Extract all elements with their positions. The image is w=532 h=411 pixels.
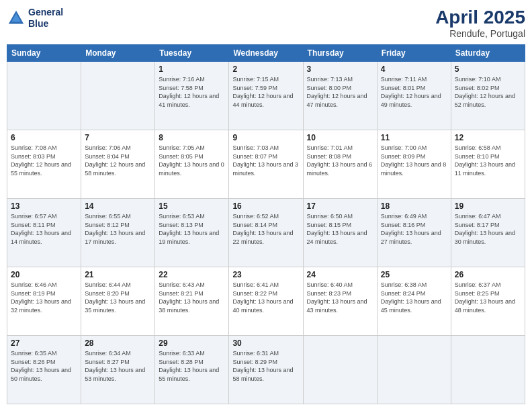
header: General Blue April 2025 Rendufe, Portuga… [7,7,525,39]
day-number: 7 [85,133,151,142]
location: Rendufe, Portugal [435,28,525,39]
table-row: 23Sunrise: 6:41 AMSunset: 8:22 PMDayligh… [229,267,303,336]
logo: General Blue [7,7,63,30]
day-number: 27 [11,338,77,348]
day-info: Sunrise: 6:34 AMSunset: 8:27 PMDaylight:… [85,349,151,383]
day-info: Sunrise: 6:43 AMSunset: 8:21 PMDaylight:… [159,281,225,314]
day-info: Sunrise: 6:37 AMSunset: 8:25 PMDaylight:… [455,281,521,314]
day-info: Sunrise: 6:53 AMSunset: 8:13 PMDaylight:… [159,212,225,246]
table-row: 11Sunrise: 7:00 AMSunset: 8:09 PMDayligh… [377,130,451,199]
day-info: Sunrise: 6:50 AMSunset: 8:15 PMDaylight:… [307,212,373,246]
table-row: 30Sunrise: 6:31 AMSunset: 8:29 PMDayligh… [229,336,303,404]
day-info: Sunrise: 7:16 AMSunset: 7:58 PMDaylight:… [159,75,225,109]
calendar-table: Sunday Monday Tuesday Wednesday Thursday… [7,44,525,404]
day-info: Sunrise: 6:47 AMSunset: 8:17 PMDaylight:… [455,212,521,246]
day-number: 16 [232,201,299,211]
calendar-row: 1Sunrise: 7:16 AMSunset: 7:58 PMDaylight… [7,62,525,130]
day-info: Sunrise: 7:10 AMSunset: 8:02 PMDaylight:… [455,75,521,109]
table-row: 20Sunrise: 6:46 AMSunset: 8:19 PMDayligh… [7,267,81,336]
table-row: 19Sunrise: 6:47 AMSunset: 8:17 PMDayligh… [451,199,525,267]
calendar-row: 13Sunrise: 6:57 AMSunset: 8:11 PMDayligh… [7,199,525,267]
table-row [7,62,81,130]
table-row: 9Sunrise: 7:03 AMSunset: 8:07 PMDaylight… [229,130,303,199]
day-info: Sunrise: 6:55 AMSunset: 8:12 PMDaylight:… [85,212,151,246]
day-number: 9 [232,133,299,142]
table-row [303,336,377,404]
table-row [451,336,525,404]
day-number: 18 [381,201,447,211]
calendar-row: 6Sunrise: 7:08 AMSunset: 8:03 PMDaylight… [7,130,525,199]
day-info: Sunrise: 6:35 AMSunset: 8:26 PMDaylight:… [11,349,77,383]
table-row: 29Sunrise: 6:33 AMSunset: 8:28 PMDayligh… [155,336,229,404]
day-info: Sunrise: 7:15 AMSunset: 7:59 PMDaylight:… [232,75,299,109]
day-info: Sunrise: 6:58 AMSunset: 8:10 PMDaylight:… [455,144,521,177]
table-row: 24Sunrise: 6:40 AMSunset: 8:23 PMDayligh… [303,267,377,336]
day-info: Sunrise: 6:49 AMSunset: 8:16 PMDaylight:… [381,212,447,246]
day-info: Sunrise: 6:31 AMSunset: 8:29 PMDaylight:… [232,349,299,383]
logo-text: General Blue [28,7,63,30]
day-number: 2 [232,64,299,74]
table-row: 21Sunrise: 6:44 AMSunset: 8:20 PMDayligh… [81,267,155,336]
table-row: 28Sunrise: 6:34 AMSunset: 8:27 PMDayligh… [81,336,155,404]
day-number: 13 [11,201,77,211]
day-number: 23 [232,270,299,279]
day-info: Sunrise: 6:40 AMSunset: 8:23 PMDaylight:… [307,281,373,314]
day-info: Sunrise: 6:41 AMSunset: 8:22 PMDaylight:… [232,281,299,314]
day-info: Sunrise: 7:00 AMSunset: 8:09 PMDaylight:… [381,144,447,177]
table-row: 22Sunrise: 6:43 AMSunset: 8:21 PMDayligh… [155,267,229,336]
table-row: 27Sunrise: 6:35 AMSunset: 8:26 PMDayligh… [7,336,81,404]
page: General Blue April 2025 Rendufe, Portuga… [0,0,532,411]
day-number: 8 [159,133,225,142]
table-row: 12Sunrise: 6:58 AMSunset: 8:10 PMDayligh… [451,130,525,199]
table-row: 2Sunrise: 7:15 AMSunset: 7:59 PMDaylight… [229,62,303,130]
day-number: 11 [381,133,447,142]
day-number: 1 [159,64,225,74]
day-number: 4 [381,64,447,74]
weekday-header-row: Sunday Monday Tuesday Wednesday Thursday… [7,45,525,62]
table-row: 8Sunrise: 7:05 AMSunset: 8:05 PMDaylight… [155,130,229,199]
day-number: 26 [455,270,521,279]
calendar-row: 20Sunrise: 6:46 AMSunset: 8:19 PMDayligh… [7,267,525,336]
day-number: 17 [307,201,373,211]
day-info: Sunrise: 6:33 AMSunset: 8:28 PMDaylight:… [159,349,225,383]
day-number: 24 [307,270,373,279]
day-number: 12 [455,133,521,142]
table-row: 3Sunrise: 7:13 AMSunset: 8:00 PMDaylight… [303,62,377,130]
header-saturday: Saturday [451,45,525,62]
day-info: Sunrise: 6:44 AMSunset: 8:20 PMDaylight:… [85,281,151,314]
day-number: 21 [85,270,151,279]
day-number: 3 [307,64,373,74]
day-number: 19 [455,201,521,211]
table-row: 10Sunrise: 7:01 AMSunset: 8:08 PMDayligh… [303,130,377,199]
table-row: 5Sunrise: 7:10 AMSunset: 8:02 PMDaylight… [451,62,525,130]
table-row: 4Sunrise: 7:11 AMSunset: 8:01 PMDaylight… [377,62,451,130]
header-sunday: Sunday [7,45,81,62]
logo-icon [7,9,26,28]
day-info: Sunrise: 7:05 AMSunset: 8:05 PMDaylight:… [159,144,225,177]
table-row: 7Sunrise: 7:06 AMSunset: 8:04 PMDaylight… [81,130,155,199]
day-number: 20 [11,270,77,279]
day-number: 25 [381,270,447,279]
day-number: 15 [159,201,225,211]
header-thursday: Thursday [303,45,377,62]
day-info: Sunrise: 7:11 AMSunset: 8:01 PMDaylight:… [381,75,447,109]
table-row: 16Sunrise: 6:52 AMSunset: 8:14 PMDayligh… [229,199,303,267]
table-row: 13Sunrise: 6:57 AMSunset: 8:11 PMDayligh… [7,199,81,267]
table-row: 18Sunrise: 6:49 AMSunset: 8:16 PMDayligh… [377,199,451,267]
day-number: 30 [232,338,299,348]
day-number: 6 [11,133,77,142]
day-info: Sunrise: 7:06 AMSunset: 8:04 PMDaylight:… [85,144,151,177]
header-wednesday: Wednesday [229,45,303,62]
calendar-row: 27Sunrise: 6:35 AMSunset: 8:26 PMDayligh… [7,336,525,404]
table-row: 17Sunrise: 6:50 AMSunset: 8:15 PMDayligh… [303,199,377,267]
month-year: April 2025 [435,7,525,28]
table-row: 6Sunrise: 7:08 AMSunset: 8:03 PMDaylight… [7,130,81,199]
table-row [81,62,155,130]
day-info: Sunrise: 7:13 AMSunset: 8:00 PMDaylight:… [307,75,373,109]
table-row: 1Sunrise: 7:16 AMSunset: 7:58 PMDaylight… [155,62,229,130]
table-row: 26Sunrise: 6:37 AMSunset: 8:25 PMDayligh… [451,267,525,336]
header-tuesday: Tuesday [155,45,229,62]
table-row: 25Sunrise: 6:38 AMSunset: 8:24 PMDayligh… [377,267,451,336]
day-number: 28 [85,338,151,348]
day-number: 14 [85,201,151,211]
